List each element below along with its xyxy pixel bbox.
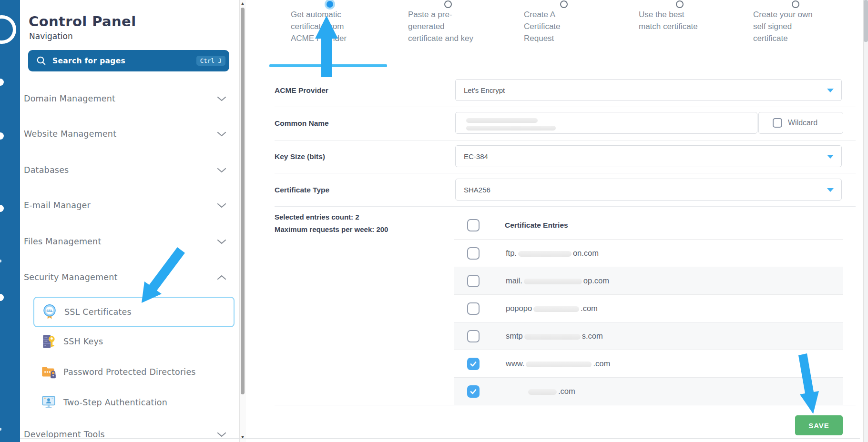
sidebar-section-website-management[interactable]: Website Management <box>24 125 226 142</box>
scroll-up-icon[interactable]: ▲ <box>240 1 245 5</box>
redacted-text <box>528 389 557 395</box>
dropdown-caret-icon <box>827 155 834 159</box>
page-subtitle: Navigation <box>29 31 73 41</box>
dropdown-caret-icon <box>827 89 834 92</box>
rail-icon[interactable] <box>0 260 1 262</box>
page-scrollbar[interactable] <box>863 0 868 442</box>
step-radio[interactable] <box>327 1 333 8</box>
max-requests-label: Maximum requests per week: 200 <box>275 225 388 233</box>
domain-prefix: ftp. <box>506 249 517 257</box>
entry-domain: smtps.com <box>506 332 603 341</box>
chevron-down-icon <box>217 131 226 137</box>
step-label: Use the bestmatch certificate <box>639 9 698 32</box>
selected-entries-count: Selected entries count: 2 <box>275 213 359 221</box>
step-label: Get automaticcertificate fromACME Provid… <box>291 9 347 44</box>
row-divider <box>275 206 856 207</box>
entry-domain: .com <box>527 387 575 396</box>
domain-prefix: www. <box>506 359 524 368</box>
redacted-text <box>524 334 581 340</box>
entries-table-header: Certificate Entries <box>454 211 843 239</box>
step-radio[interactable] <box>444 0 452 8</box>
stepper-step-2[interactable]: Paste a pre-generatedcertificate and key <box>408 0 508 52</box>
search-icon <box>36 56 46 66</box>
certificate-type-select[interactable]: SHA256 <box>455 179 842 201</box>
search-input[interactable]: Search for pages Ctrl J <box>28 50 229 71</box>
step-label: Create your ownself signedcertificate <box>753 9 813 44</box>
rail-icon[interactable] <box>0 79 4 86</box>
two-step-auth-icon <box>40 394 57 411</box>
entry-checkbox[interactable] <box>467 358 480 370</box>
domain-suffix: op.com <box>583 276 609 285</box>
redacted-text <box>533 306 579 312</box>
entry-checkbox[interactable] <box>467 247 480 260</box>
domain-suffix: .com <box>558 387 575 395</box>
entry-checkbox[interactable] <box>467 275 480 287</box>
key-size-label: Key Size (bits) <box>275 152 325 161</box>
redacted-text <box>526 362 592 367</box>
certificate-entry-row: www..com <box>454 350 843 377</box>
rail-logo-icon <box>0 15 16 44</box>
step-radio[interactable] <box>676 0 684 8</box>
keyboard-shortcut-badge: Ctrl J <box>196 56 225 66</box>
certificate-entry-row: ftp.on.com <box>454 239 843 267</box>
sidebar-item-ssh-keys[interactable]: SSH Keys <box>33 327 233 356</box>
page-title: Control Panel <box>29 13 136 30</box>
entry-domain: ftp.on.com <box>506 249 599 258</box>
sidebar-scrollbar-thumb[interactable] <box>241 8 245 394</box>
sidebar-section-security-management[interactable]: Security Management <box>24 269 226 286</box>
certificate-entry-row: .com <box>454 377 843 405</box>
sidebar-section-e-mail-manager[interactable]: E-mail Manager <box>24 197 226 214</box>
chevron-down-icon <box>217 168 226 173</box>
step-radio[interactable] <box>560 0 568 8</box>
wildcard-checkbox[interactable] <box>773 118 782 128</box>
select-all-checkbox[interactable] <box>467 219 480 231</box>
sidebar-item-two-step-authentication[interactable]: Two-Step Authentication <box>33 388 233 417</box>
stepper-step-3[interactable]: Create ACertificateRequest <box>524 0 624 52</box>
sidebar-section-files-management[interactable]: Files Management <box>24 233 226 250</box>
page-scrollbar-thumb[interactable] <box>864 0 868 42</box>
sidebar-section-databases[interactable]: Databases <box>24 161 226 179</box>
domain-suffix: on.com <box>573 249 599 257</box>
bottom-divider <box>20 438 860 439</box>
sidebar: Control Panel Navigation Search for page… <box>20 0 239 442</box>
chevron-up-icon <box>217 275 226 280</box>
wildcard-label: Wildcard <box>788 119 817 127</box>
password-folder-icon <box>40 363 57 381</box>
sidebar-item-ssl-certificates[interactable]: SSL SSL Certificates <box>33 297 235 327</box>
row-divider <box>275 107 856 107</box>
dropdown-caret-icon <box>827 188 834 192</box>
save-button[interactable]: SAVE <box>795 415 843 435</box>
rail-icon[interactable] <box>0 132 4 140</box>
entry-checkbox[interactable] <box>467 385 480 398</box>
entry-checkbox[interactable] <box>467 330 480 342</box>
chevron-down-icon <box>217 239 226 244</box>
redacted-text <box>466 126 556 131</box>
table-bottom-divider <box>275 405 856 405</box>
chevron-down-icon <box>217 432 226 437</box>
common-name-label: Common Name <box>275 119 329 128</box>
stepper-step-5[interactable]: Create your ownself signedcertificate <box>753 0 853 52</box>
step-radio[interactable] <box>792 0 799 8</box>
row-divider <box>275 173 856 173</box>
domain-suffix: .com <box>593 359 610 368</box>
rail-icon[interactable] <box>0 205 4 212</box>
rail-icon[interactable] <box>0 428 1 431</box>
sidebar-section-domain-management[interactable]: Domain Management <box>24 90 226 107</box>
common-name-input[interactable] <box>455 112 757 134</box>
wildcard-option[interactable]: Wildcard <box>758 112 843 134</box>
chevron-down-icon <box>217 96 226 101</box>
certificate-entry-row: popopo.com <box>454 294 843 322</box>
certificate-type-label: Certificate Type <box>275 186 329 194</box>
stepper-step-1[interactable]: Get automaticcertificate fromACME Provid… <box>291 0 391 52</box>
sidebar-section-development-tools[interactable]: Development Tools <box>24 426 226 442</box>
entry-checkbox[interactable] <box>467 302 480 315</box>
acme-provider-label: ACME Provider <box>275 86 328 95</box>
stepper-step-4[interactable]: Use the bestmatch certificate <box>639 0 739 52</box>
certificate-entry-row: mail.op.com <box>454 267 843 294</box>
rail-icon[interactable] <box>0 294 4 301</box>
sidebar-item-password-protected-directories[interactable]: Password Protected Directories <box>33 358 233 386</box>
key-size-select[interactable]: EC-384 <box>455 145 842 167</box>
active-step-indicator <box>269 64 387 67</box>
acme-provider-select[interactable]: Let's Encrypt <box>455 79 842 101</box>
certificate-type-value: SHA256 <box>464 186 490 194</box>
